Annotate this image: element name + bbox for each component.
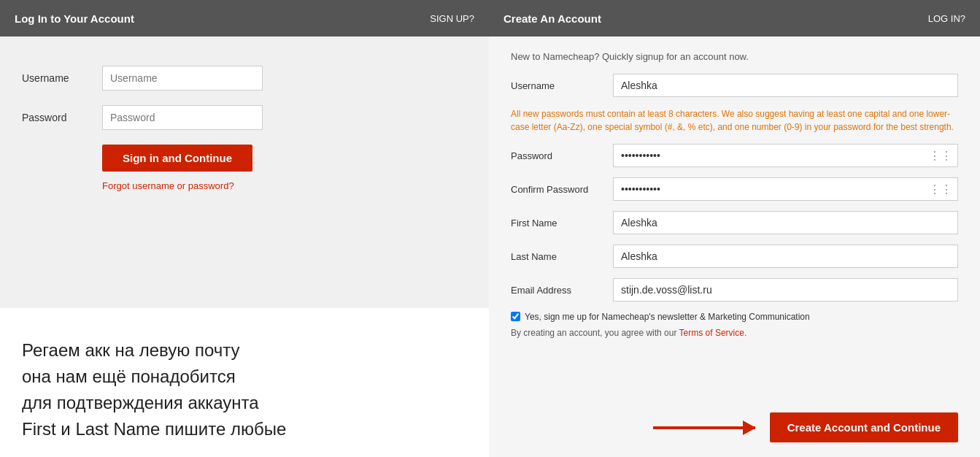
newsletter-label: Yes, sign me up for Namecheap's newslett… <box>525 312 810 322</box>
confirm-password-toggle-icon[interactable]: ⋮⋮ <box>929 183 952 196</box>
login-link[interactable]: LOG IN? <box>928 13 965 24</box>
username-row: Username <box>22 66 467 91</box>
right-panel: Create An Account LOG IN? New to Nameche… <box>489 0 980 457</box>
create-account-button[interactable]: Create Account and Continue <box>770 412 958 442</box>
right-username-label: Username <box>511 80 613 91</box>
left-panel: Log In to Your Account SIGN UP? Username… <box>0 0 489 457</box>
arrow-line <box>653 426 755 429</box>
right-confirm-password-label: Confirm Password <box>511 184 613 195</box>
password-toggle-icon[interactable]: ⋮⋮ <box>929 149 952 163</box>
instruction-line4: First и Last Name пишите любые <box>22 416 467 442</box>
bottom-area: Create Account and Continue <box>489 401 980 457</box>
signup-link[interactable]: SIGN UP? <box>430 13 474 24</box>
instruction-line1: Регаем акк на левую почту <box>22 337 467 364</box>
arrow-indicator <box>653 426 755 429</box>
right-email-input[interactable] <box>613 278 958 302</box>
newsletter-row: Yes, sign me up for Namecheap's newslett… <box>511 312 958 322</box>
right-panel-title: Create An Account <box>503 12 601 25</box>
username-input[interactable] <box>102 66 263 91</box>
left-panel-title: Log In to Your Account <box>15 12 134 25</box>
instruction-text: Регаем акк на левую почту она нам ещё по… <box>0 308 489 457</box>
right-confirm-password-wrapper: ⋮⋮ <box>613 177 958 201</box>
terms-text: By creating an account, you agree with o… <box>511 328 679 338</box>
signup-desc: New to Namecheap? Quickly signup for an … <box>511 51 958 62</box>
right-confirm-password-input[interactable] <box>613 177 958 201</box>
right-email-row: Email Address <box>511 278 958 302</box>
right-lastname-label: Last Name <box>511 251 613 262</box>
password-row: Password <box>22 105 467 130</box>
instruction-line3: для подтверждения аккаунта <box>22 390 467 416</box>
password-hint: All new passwords must contain at least … <box>511 107 958 134</box>
terms-link[interactable]: Terms of Service <box>679 328 744 338</box>
right-lastname-row: Last Name <box>511 245 958 268</box>
right-password-row: Password ⋮⋮ <box>511 144 958 167</box>
right-username-row: Username <box>511 74 958 97</box>
right-header: Create An Account LOG IN? <box>489 0 980 37</box>
terms-end: . <box>744 328 746 338</box>
right-username-input[interactable] <box>613 74 958 97</box>
username-label: Username <box>22 72 102 84</box>
password-label: Password <box>22 112 102 123</box>
signin-button[interactable]: Sign in and Continue <box>102 145 252 172</box>
left-header: Log In to Your Account SIGN UP? <box>0 0 489 37</box>
left-form-area: Username Password Sign in and Continue F… <box>0 37 489 308</box>
right-form-area: New to Namecheap? Quickly signup for an … <box>489 37 980 401</box>
right-confirm-password-row: Confirm Password ⋮⋮ <box>511 177 958 201</box>
right-firstname-row: First Name <box>511 211 958 234</box>
right-password-input[interactable] <box>613 144 958 167</box>
right-password-label: Password <box>511 150 613 161</box>
right-firstname-input[interactable] <box>613 211 958 234</box>
terms-row: By creating an account, you agree with o… <box>511 328 958 338</box>
right-lastname-input[interactable] <box>613 245 958 268</box>
newsletter-checkbox[interactable] <box>511 312 520 321</box>
right-email-label: Email Address <box>511 285 613 296</box>
password-input[interactable] <box>102 105 263 130</box>
right-firstname-label: First Name <box>511 218 613 228</box>
right-password-wrapper: ⋮⋮ <box>613 144 958 167</box>
instruction-line2: она нам ещё понадобится <box>22 364 467 390</box>
forgot-link[interactable]: Forgot username or password? <box>102 180 467 191</box>
